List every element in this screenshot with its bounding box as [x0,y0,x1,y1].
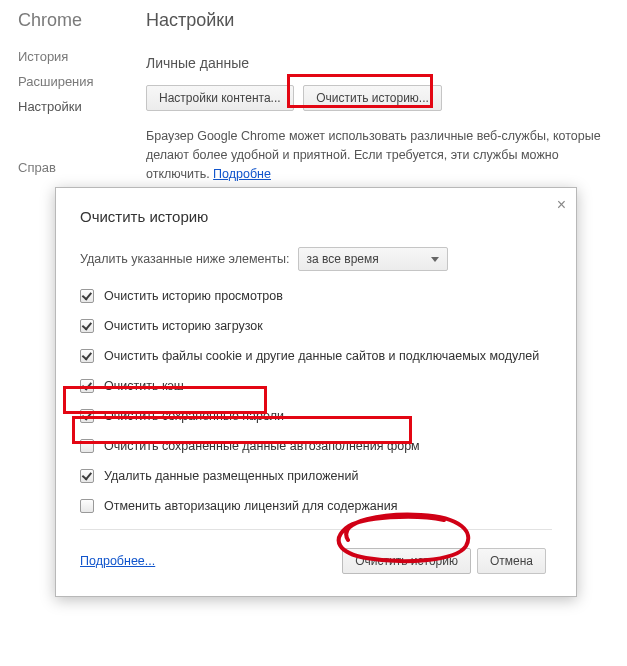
learn-more-link[interactable]: Подробне [213,167,271,181]
check-row-downloads: Очистить историю загрузок [80,317,552,335]
page-title: Настройки [146,10,609,31]
check-row-cookies: Очистить файлы cookie и другие данные са… [80,347,552,365]
sidebar: Chrome История Расширения Настройки Спра… [18,8,138,185]
checkbox-cache[interactable] [80,379,94,393]
time-range-value: за все время [307,252,379,266]
sidebar-item-settings[interactable]: Настройки [18,99,138,114]
checkbox-hosted-apps[interactable] [80,469,94,483]
main-content: Настройки Личные данные Настройки контен… [138,8,609,185]
desc-line-2: более удобной и приятной. Если требуется… [146,148,559,181]
checkbox-label: Очистить сохраненные данные автозаполнен… [104,439,420,453]
checkbox-autofill[interactable] [80,439,94,453]
checkbox-label: Очистить историю просмотров [104,289,283,303]
checkbox-label: Удалить данные размещенных приложений [104,469,358,483]
checkbox-label: Очистить кэш [104,379,184,393]
section-personal-title: Личные данные [146,55,609,71]
check-row-cache: Очистить кэш [80,377,552,395]
checkbox-browsing[interactable] [80,289,94,303]
checkbox-label: Очистить историю загрузок [104,319,263,333]
clear-history-dialog: × Очистить историю Удалить указанные ниж… [55,187,577,597]
close-icon[interactable]: × [557,196,566,214]
check-row-licenses: Отменить авторизацию лицензий для содерж… [80,497,552,515]
checkbox-passwords[interactable] [80,409,94,423]
time-range-select[interactable]: за все время [298,247,448,271]
checkbox-label: Очистить сохраненные пароли [104,409,284,423]
chevron-down-icon [431,257,439,262]
check-row-hosted-apps: Удалить данные размещенных приложений [80,467,552,485]
app-title: Chrome [18,10,138,31]
checkbox-downloads[interactable] [80,319,94,333]
sidebar-item-history[interactable]: История [18,49,138,64]
check-row-autofill: Очистить сохраненные данные автозаполнен… [80,437,552,455]
clear-history-button[interactable]: Очистить историю... [303,85,442,111]
dialog-title: Очистить историю [80,208,552,225]
sidebar-item-help[interactable]: Справ [18,160,138,175]
checkbox-cookies[interactable] [80,349,94,363]
check-row-browsing: Очистить историю просмотров [80,287,552,305]
confirm-clear-button[interactable]: Очистить историю [342,548,471,574]
cancel-button[interactable]: Отмена [477,548,546,574]
sidebar-item-extensions[interactable]: Расширения [18,74,138,89]
checkbox-label: Очистить файлы cookie и другие данные са… [104,349,539,363]
delete-range-label: Удалить указанные ниже элементы: [80,252,290,266]
services-description: Браузер Google Chrome может использовать… [146,127,609,183]
checkbox-label: Отменить авторизацию лицензий для содерж… [104,499,397,513]
checkbox-licenses[interactable] [80,499,94,513]
content-settings-button[interactable]: Настройки контента... [146,85,294,111]
dialog-more-link[interactable]: Подробнее... [80,554,155,568]
check-row-passwords: Очистить сохраненные пароли [80,407,552,425]
